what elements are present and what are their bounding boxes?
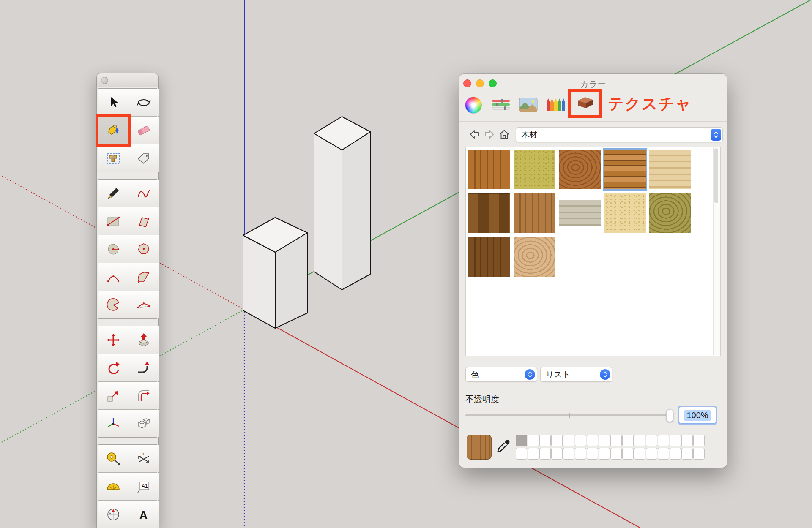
tool-protractor-button[interactable] bbox=[98, 473, 128, 500]
color-well[interactable] bbox=[551, 435, 563, 446]
color-well[interactable] bbox=[634, 448, 645, 460]
color-well[interactable] bbox=[528, 435, 539, 446]
texture-bamboo[interactable] bbox=[514, 150, 555, 189]
color-well[interactable] bbox=[634, 435, 645, 446]
texture-weathered-gray[interactable] bbox=[559, 200, 601, 226]
color-well[interactable] bbox=[563, 435, 574, 446]
texture-particle-board[interactable] bbox=[604, 193, 646, 233]
color-well[interactable] bbox=[693, 448, 705, 460]
tool-offset-button[interactable] bbox=[128, 382, 159, 409]
color-well[interactable] bbox=[622, 448, 634, 460]
toolbar-image-palettes[interactable] bbox=[519, 98, 538, 113]
color-well[interactable] bbox=[575, 435, 586, 446]
tool-arc-button[interactable] bbox=[98, 263, 128, 291]
color-well[interactable] bbox=[599, 435, 610, 446]
tool-freehand-button[interactable] bbox=[128, 180, 159, 207]
texture-parquet[interactable] bbox=[468, 193, 510, 233]
color-well[interactable] bbox=[646, 448, 657, 460]
texture-light-planks[interactable] bbox=[649, 150, 691, 189]
list-filter-dropdown[interactable]: リスト bbox=[540, 367, 612, 382]
texture-wood-grain-medium[interactable] bbox=[559, 150, 601, 189]
tool-tag-button[interactable] bbox=[128, 144, 159, 172]
toolbar-color-wheel[interactable] bbox=[465, 97, 482, 114]
color-well[interactable] bbox=[516, 435, 527, 446]
color-well[interactable] bbox=[646, 435, 657, 446]
color-well[interactable] bbox=[528, 448, 539, 460]
color-well[interactable] bbox=[670, 435, 681, 446]
tool-two-point-arc-button[interactable] bbox=[128, 263, 159, 291]
color-well[interactable] bbox=[658, 435, 669, 446]
tool-eraser-button[interactable] bbox=[128, 117, 159, 144]
color-well[interactable] bbox=[563, 448, 574, 460]
color-well[interactable] bbox=[599, 448, 610, 460]
tool-solid-tools-button[interactable] bbox=[128, 410, 159, 437]
tool-dimensions-button[interactable]: 3 bbox=[128, 445, 159, 472]
opacity-value-field[interactable]: 100% bbox=[679, 407, 716, 424]
tool-orbit-button[interactable] bbox=[128, 89, 159, 116]
tool-pie-button[interactable] bbox=[98, 291, 128, 318]
palette-close-button[interactable] bbox=[101, 77, 108, 84]
opacity-slider-handle[interactable] bbox=[666, 409, 673, 422]
color-well[interactable] bbox=[610, 448, 622, 460]
color-well[interactable] bbox=[587, 435, 598, 446]
color-well[interactable] bbox=[658, 448, 669, 460]
tool-rotate-button[interactable] bbox=[98, 354, 128, 381]
tool-rectangle-button[interactable] bbox=[98, 207, 128, 235]
texture-light-grain[interactable] bbox=[514, 237, 555, 277]
color-well[interactable] bbox=[539, 448, 551, 460]
tool-select-button[interactable] bbox=[98, 89, 128, 116]
tool-axes-tool-button[interactable] bbox=[98, 410, 128, 437]
tool-line-button[interactable] bbox=[98, 180, 128, 207]
palette-titlebar[interactable] bbox=[97, 73, 158, 87]
texture-dark-walnut[interactable] bbox=[468, 237, 510, 277]
color-well[interactable] bbox=[516, 448, 527, 460]
texture-mixed-planks[interactable] bbox=[604, 150, 646, 189]
toolbar-color-sliders[interactable] bbox=[491, 98, 511, 113]
dimensions-icon: 3 bbox=[136, 451, 151, 466]
toolbar-texture-palettes[interactable] bbox=[571, 92, 599, 115]
texture-scrollbar[interactable] bbox=[713, 147, 720, 355]
color-panel-titlebar[interactable]: カラー bbox=[459, 74, 727, 93]
color-filter-dropdown[interactable]: 色 bbox=[465, 367, 537, 382]
texture-olive-wood[interactable] bbox=[649, 193, 691, 233]
back-button[interactable] bbox=[469, 129, 480, 140]
tool-circle-button[interactable] bbox=[98, 235, 128, 263]
texture-tan-vertical[interactable] bbox=[514, 193, 555, 233]
eyedropper-icon[interactable] bbox=[496, 439, 511, 453]
tool-tape-measure-button[interactable] bbox=[98, 445, 128, 472]
tool-scale-button[interactable] bbox=[98, 382, 128, 409]
color-well[interactable] bbox=[587, 448, 598, 460]
move-icon bbox=[106, 332, 121, 348]
tool-follow-me-button[interactable] bbox=[128, 354, 159, 381]
color-well[interactable] bbox=[681, 448, 693, 460]
tool-text-button[interactable]: A1 bbox=[128, 473, 159, 500]
tool-3d-text-button[interactable]: A bbox=[128, 501, 159, 528]
color-well[interactable] bbox=[670, 448, 681, 460]
model-box-right[interactable] bbox=[314, 117, 370, 290]
two-point-arc-icon bbox=[136, 269, 151, 285]
tool-rotated-rectangle-button[interactable] bbox=[128, 207, 159, 235]
color-well[interactable] bbox=[610, 435, 622, 446]
tool-push-pull-button[interactable] bbox=[128, 326, 159, 354]
color-well[interactable] bbox=[551, 448, 563, 460]
polygon-icon bbox=[136, 242, 151, 257]
color-well[interactable] bbox=[622, 435, 634, 446]
tool-three-point-arc-button[interactable] bbox=[128, 291, 159, 318]
current-material-swatch[interactable] bbox=[467, 435, 492, 460]
opacity-slider[interactable] bbox=[465, 409, 673, 422]
model-box-left[interactable] bbox=[243, 218, 307, 328]
tool-compass-button[interactable]: C bbox=[98, 501, 128, 528]
toolbar-pencils[interactable] bbox=[545, 98, 565, 113]
tool-move-button[interactable] bbox=[98, 326, 128, 354]
texture-cherry-vertical[interactable] bbox=[468, 150, 510, 189]
tool-paint-bucket-button[interactable] bbox=[98, 117, 128, 144]
home-button[interactable] bbox=[499, 129, 510, 140]
tool-polygon-button[interactable] bbox=[128, 235, 159, 263]
color-well[interactable] bbox=[539, 435, 551, 446]
color-well[interactable] bbox=[575, 448, 586, 460]
color-well[interactable] bbox=[693, 435, 705, 446]
texture-category-dropdown[interactable]: 木材 bbox=[516, 127, 723, 142]
color-well[interactable] bbox=[681, 435, 693, 446]
forward-button[interactable] bbox=[484, 129, 495, 140]
tool-components-button[interactable] bbox=[98, 144, 128, 172]
